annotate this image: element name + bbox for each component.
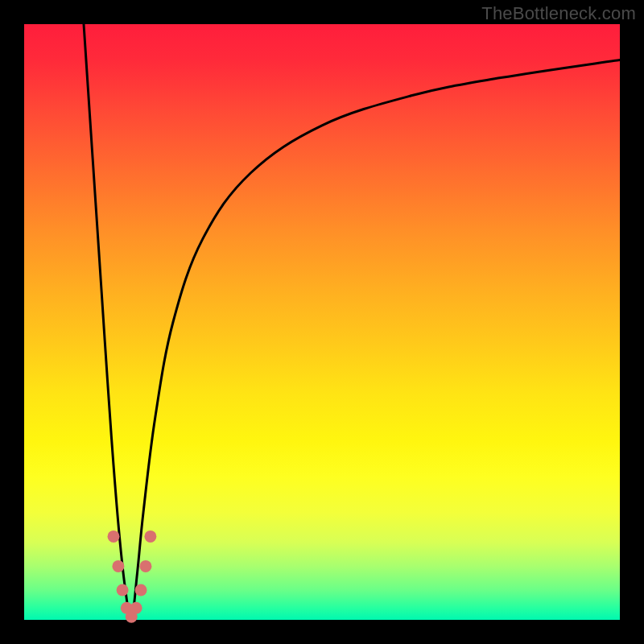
dots-layer	[108, 530, 157, 623]
valley-dot	[135, 584, 147, 597]
bottleneck-curve	[84, 24, 620, 620]
valley-dot	[112, 560, 124, 572]
curve-layer	[84, 24, 620, 620]
valley-dot	[108, 530, 120, 543]
valley-dot	[117, 584, 129, 597]
chart-frame: TheBottleneck.com	[0, 0, 644, 644]
valley-dot	[144, 530, 156, 543]
plot-area	[24, 24, 620, 620]
watermark-text: TheBottleneck.com	[481, 3, 636, 24]
valley-dot	[130, 602, 142, 614]
valley-dot	[139, 560, 151, 572]
chart-svg	[24, 24, 620, 620]
